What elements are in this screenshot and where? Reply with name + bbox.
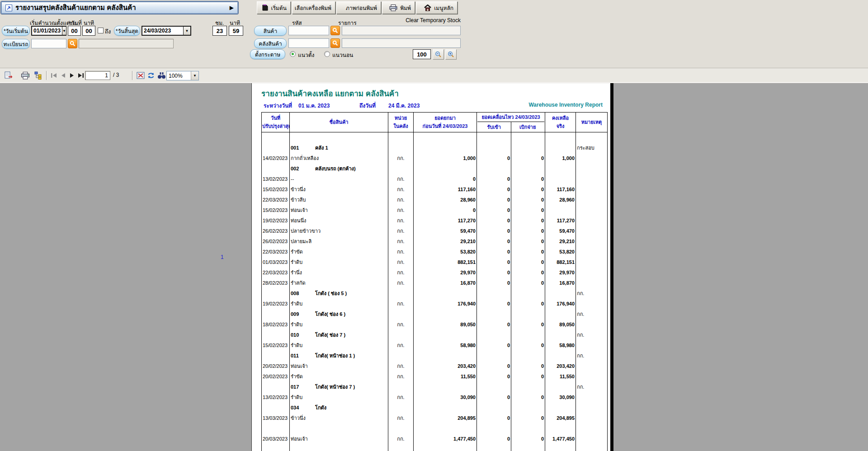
table-row: 22/03/2023รำนึ่งกก.29,9700029,970 bbox=[262, 268, 608, 278]
search-icon bbox=[70, 41, 75, 47]
end-date-combo[interactable]: 24/03/2023 ▼ bbox=[142, 26, 191, 36]
stop-icon bbox=[137, 72, 145, 79]
inventory-table-header: วันที่ปรับปรุงล่าสุด ชื่อสินค้า หน่วยในค… bbox=[262, 113, 608, 132]
group-row: 009โกดัง( ช่อง 6 )กก. bbox=[262, 309, 608, 319]
group-row: 008โกดัง ( ช่อง 5 )กก. bbox=[262, 288, 608, 299]
previous-page-button[interactable] bbox=[59, 70, 66, 80]
document-icon bbox=[262, 4, 269, 11]
col-remaining: คงเหลือจริง bbox=[545, 113, 576, 132]
end-date-button[interactable]: *วันสิ้นสุด bbox=[114, 26, 140, 36]
vehicle-button[interactable]: ทะเบียนรถ bbox=[2, 39, 30, 49]
next-page-button[interactable] bbox=[68, 70, 75, 80]
find-button[interactable] bbox=[156, 70, 166, 80]
print-preview-button[interactable]: ภาพก่อนพิมพ์ bbox=[336, 1, 381, 14]
landscape-radio[interactable] bbox=[324, 51, 330, 57]
start-minute-field[interactable]: 00 bbox=[82, 26, 95, 36]
main-menu-button[interactable]: เมนูหลัก bbox=[416, 1, 458, 14]
table-row: 15/02/2023รำดิบกก.58,9800058,980 bbox=[262, 340, 608, 351]
warehouse-button[interactable]: คลังสินค้า bbox=[254, 38, 287, 48]
portrait-label: แนวตั้ง bbox=[298, 51, 314, 59]
window-title-bar[interactable]: รายงานสรุปคลังสินค้าแยกตาม คลังสินค้า ▶ bbox=[1, 1, 238, 14]
viewer-print-button[interactable] bbox=[20, 70, 30, 80]
paper-setup-button[interactable]: ตั้งกระดาษ bbox=[250, 49, 285, 59]
search-icon bbox=[332, 28, 338, 33]
product-search-button[interactable] bbox=[330, 26, 340, 35]
start-button[interactable]: เริ่มต้น bbox=[257, 1, 291, 14]
zoom-out-icon bbox=[435, 51, 442, 58]
report-canvas[interactable]: 1 รายงานสินค้าคงเหลือ แยกตาม คลังสินค้า … bbox=[0, 83, 868, 451]
table-row: 22/03/2023ข้าวลีบกก.28,9600028,960 bbox=[262, 195, 608, 205]
table-row: 26/02/2023ปลายข้าวขาวกก.59,4700059,470 bbox=[262, 226, 608, 236]
start-date-value: 01/01/2023 bbox=[32, 28, 62, 34]
page-number-input[interactable]: 1 bbox=[85, 71, 110, 80]
to-checkbox[interactable] bbox=[98, 28, 104, 33]
table-row: 20/03/2023ท่อนเจ้ากก.1,477,450001,477,45… bbox=[262, 434, 608, 444]
printer-icon bbox=[21, 72, 30, 80]
table-row: 19/02/2023ท่อนนึ่งกก.117,27000117,270 bbox=[262, 216, 608, 226]
end-minute-field[interactable]: 59 bbox=[229, 26, 243, 36]
canvas-page-indicator: 1 bbox=[221, 254, 224, 260]
app-window: { "window": { "title": "รายงานสรุปคลังสิ… bbox=[0, 0, 868, 451]
table-row: 13/03/2023ข้าวนึ่งกก.204,89500204,895 bbox=[262, 413, 608, 423]
start-hour-field[interactable]: 00 bbox=[68, 26, 81, 36]
group-row: 011โกดัง( หน้าช่อง 1 )กก. bbox=[262, 351, 608, 361]
end-hour-field[interactable]: 23 bbox=[212, 26, 227, 36]
dropdown-arrow-icon[interactable]: ▼ bbox=[183, 27, 190, 35]
product-button[interactable]: สินค้า bbox=[254, 26, 287, 36]
first-page-button[interactable] bbox=[50, 70, 58, 80]
vehicle-input[interactable] bbox=[31, 39, 66, 48]
start-date-button[interactable]: *วันเริ่มต้น bbox=[2, 26, 30, 36]
table-row: 13/02/2023--กก.000 bbox=[262, 174, 608, 184]
stop-loading-button[interactable] bbox=[136, 70, 146, 80]
report-title: รายงานสินค้าคงเหลือ แยกตาม คลังสินค้า bbox=[261, 87, 399, 99]
portrait-radio[interactable] bbox=[290, 51, 296, 57]
report-page: รายงานสินค้าคงเหลือ แยกตาม คลังสินค้า ระ… bbox=[251, 83, 610, 451]
refresh-button[interactable] bbox=[146, 70, 156, 80]
report-shortcut-icon bbox=[5, 5, 12, 11]
home-icon bbox=[424, 5, 431, 11]
warehouse-code-input[interactable] bbox=[288, 38, 329, 48]
dropdown-arrow-icon[interactable]: ▼ bbox=[191, 71, 198, 80]
group-row: 017โกดัง( หน้าช่อง 7 )กก. bbox=[262, 382, 608, 392]
print-preview-label: ภาพก่อนพิมพ์ bbox=[346, 4, 377, 12]
range-label: ระหว่างวันที่ bbox=[264, 101, 292, 110]
warehouse-search-button[interactable] bbox=[330, 38, 340, 48]
table-row: 26/02/2023ปลายมะลิกก.29,2100029,210 bbox=[262, 236, 608, 247]
table-row: 20/02/2023รำขัดกก.11,5500011,550 bbox=[262, 371, 608, 382]
range-from-value: 01 ม.ค. 2023 bbox=[298, 101, 330, 110]
start-date-combo[interactable]: 01/01/2023 ▼ bbox=[31, 26, 66, 36]
paper-zoom-field[interactable]: 100 bbox=[413, 49, 431, 59]
group-tree-toggle-button[interactable] bbox=[33, 70, 43, 80]
print-button[interactable]: พิมพ์ bbox=[382, 1, 415, 14]
vehicle-search-button[interactable] bbox=[68, 39, 77, 48]
table-row: 19/02/2023รำดิบกก.176,94000176,940 bbox=[262, 299, 608, 309]
binoculars-icon bbox=[157, 72, 166, 79]
export-button[interactable] bbox=[4, 70, 14, 80]
vehicle-name-field bbox=[79, 39, 174, 48]
landscape-label: แนวนอน bbox=[332, 51, 353, 59]
expand-arrow-icon[interactable]: ▶ bbox=[230, 5, 234, 11]
dropdown-arrow-icon[interactable]: ▼ bbox=[62, 27, 66, 35]
print-button-label: พิมพ์ bbox=[400, 4, 411, 12]
to-label: ถึง bbox=[105, 27, 111, 36]
report-viewer-toolbar: 1 / 3 100% ▼ bbox=[0, 68, 868, 83]
product-code-input[interactable] bbox=[288, 26, 329, 35]
zoom-in-button[interactable] bbox=[445, 49, 457, 60]
clear-temporary-stock-label[interactable]: Clear Temporary Stock bbox=[405, 17, 461, 23]
viewer-zoom-combo[interactable]: 100% ▼ bbox=[166, 71, 199, 80]
table-row: 13/02/2023รำดิบกก.30,0900030,090 bbox=[262, 392, 608, 403]
table-row: 15/02/2023ข้าวนึ่งกก.117,16000117,160 bbox=[262, 184, 608, 195]
main-menu-label: เมนูหลัก bbox=[434, 4, 453, 12]
col-product: ชื่อสินค้า bbox=[290, 113, 388, 132]
table-row: 22/03/2023รำขัดกก.53,8200053,820 bbox=[262, 247, 608, 257]
col-unit: หน่วยในคลัง bbox=[388, 113, 414, 132]
select-printer-button[interactable]: เลือกเครื่องพิมพ์ bbox=[292, 1, 335, 14]
warehouse-name-field bbox=[342, 38, 461, 48]
form-panel: รายงานสรุปคลังสินค้าแยกตาม คลังสินค้า ▶ … bbox=[0, 0, 868, 68]
last-page-button[interactable] bbox=[77, 70, 85, 80]
viewer-zoom-value: 100% bbox=[167, 73, 191, 79]
zoom-out-button[interactable] bbox=[433, 49, 444, 60]
range-to-label: ถึงวันที่ bbox=[359, 101, 376, 110]
last-page-icon bbox=[78, 73, 84, 78]
search-icon bbox=[332, 40, 338, 46]
